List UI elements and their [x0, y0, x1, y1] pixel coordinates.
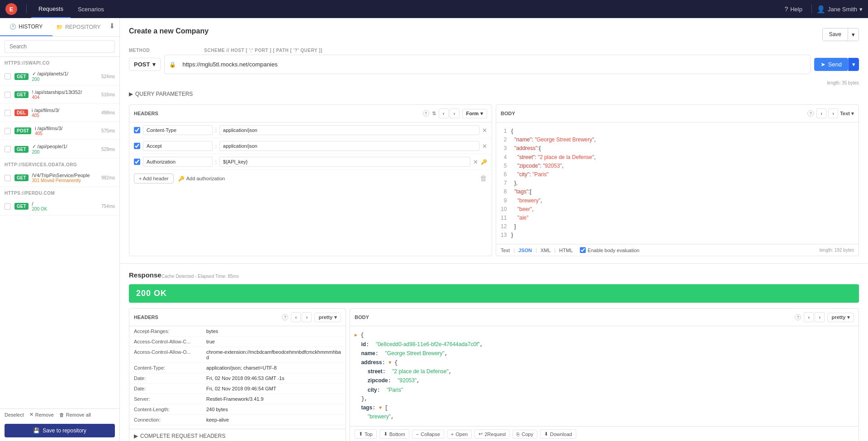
body-text-select[interactable]: Text ▾: [840, 111, 854, 117]
response-title: Response: [129, 271, 161, 279]
header-delete-icon[interactable]: ✕: [482, 127, 487, 134]
resp-headers-body-row: HEADERS ? ‹ › pretty ▾ Accept-Ranges:: [129, 308, 859, 441]
trash-icon[interactable]: 🗑: [480, 174, 487, 183]
action-collapse-button[interactable]: − Collapse: [412, 430, 444, 439]
body-tab-html[interactable]: HTML: [559, 248, 573, 253]
chevron-right-icon: ▶: [129, 91, 133, 97]
item-checkbox[interactable]: [5, 128, 11, 134]
body-length: length: 192 bytes: [820, 248, 854, 253]
header-delete-icon[interactable]: ✕: [482, 143, 487, 150]
action-top-button[interactable]: ⬆ Top: [355, 429, 377, 439]
collapse-icon: −: [416, 432, 419, 437]
body-tab-xml[interactable]: XML: [541, 248, 551, 253]
item-checkbox[interactable]: [5, 146, 11, 152]
save-repository-button[interactable]: 💾 Save to repository: [5, 424, 115, 437]
action-copy-button[interactable]: ⎘ Copy: [512, 430, 537, 439]
search-input[interactable]: [5, 40, 115, 53]
body-section: BODY ? ‹ › Text ▾: [496, 104, 859, 256]
header-value-input[interactable]: [219, 125, 479, 135]
tab-requests[interactable]: Requests: [31, 0, 71, 18]
sidebar-tab-repository[interactable]: 📁 REPOSITORY: [52, 18, 105, 36]
save-button[interactable]: Save: [823, 28, 848, 41]
send-caret-button[interactable]: ▾: [848, 58, 859, 71]
header-lock-icon[interactable]: 🔑: [481, 159, 487, 165]
sort-icon[interactable]: ⇅: [432, 111, 436, 117]
header-key-input[interactable]: [143, 141, 213, 151]
resp-body-nav-arrows: ‹ ›: [804, 312, 825, 322]
body-nav-next[interactable]: ›: [828, 108, 838, 118]
resp-nav-next[interactable]: ›: [302, 312, 312, 322]
url-input[interactable]: [178, 58, 805, 71]
help-link[interactable]: ? Help: [784, 5, 802, 13]
action-bottom-button[interactable]: ⬇ Bottom: [379, 429, 409, 439]
item-status: 200 OK: [32, 206, 101, 211]
body-tab-json[interactable]: JSON: [518, 248, 532, 253]
body-code[interactable]: { "name": "George Street Brewery", "addr…: [511, 127, 854, 239]
list-item[interactable]: GET ✓ /api/planets/1/ 200 524ms: [0, 67, 119, 86]
header-delete-icon[interactable]: ✕: [473, 159, 478, 165]
resp-body-editor: ▸ { id: "0e8cedd0-ad98-11e6-bf2e-47644ad…: [350, 326, 859, 426]
deselect-button[interactable]: Deselect: [5, 412, 24, 418]
item-time: 516ms: [101, 92, 115, 97]
complete-request-toggle[interactable]: ▶ COMPLETE REQUEST HEADERS: [129, 429, 346, 441]
resp-nav-arrows: ‹ ›: [291, 312, 312, 322]
item-checkbox[interactable]: [5, 175, 11, 181]
list-item[interactable]: GET ! /api/starships/13t352/ 404 516ms: [0, 86, 119, 104]
header-checkbox[interactable]: [134, 159, 140, 165]
body-footer: Text | JSON | XML | HTML Enable body eva…: [496, 244, 859, 256]
method-select[interactable]: POST ▾: [129, 58, 161, 71]
item-checkbox[interactable]: [5, 110, 11, 116]
resp-body-pretty-select[interactable]: pretty ▾: [827, 313, 854, 322]
action-open-button[interactable]: + Open: [447, 430, 472, 439]
resp-headers-pretty-select[interactable]: pretty ▾: [314, 313, 341, 322]
sidebar-download-icon[interactable]: ⬇: [104, 18, 119, 36]
header-key-input[interactable]: [143, 157, 213, 167]
action-download-button[interactable]: ⬇ Download: [540, 429, 576, 439]
list-item[interactable]: DEL i /api/films/3/ 405 498ms: [0, 104, 119, 122]
enable-body-eval-label: Enable body evaluation: [580, 247, 639, 253]
nav-arrows: ‹ ›: [439, 108, 460, 118]
header-key-input[interactable]: [143, 125, 213, 135]
list-item[interactable]: POST i /api/films/3/ 405 575ms: [0, 122, 119, 140]
enable-body-eval-checkbox[interactable]: [580, 247, 586, 253]
app-logo: E: [5, 3, 17, 15]
sidebar-tab-history[interactable]: 🕐 HISTORY: [0, 18, 52, 36]
save-caret-button[interactable]: ▾: [848, 28, 859, 41]
header-value-input[interactable]: [219, 141, 479, 151]
body-editor: 12345678910111213 { "name": "George Stre…: [496, 122, 859, 244]
resp-nav-prev[interactable]: ‹: [291, 312, 301, 322]
add-header-button[interactable]: + Add header: [134, 174, 174, 183]
item-checkbox[interactable]: [5, 203, 11, 210]
body-nav-prev[interactable]: ‹: [816, 108, 826, 118]
header-value-input[interactable]: [219, 157, 470, 167]
action-2request-button[interactable]: ↩ 2Request: [474, 429, 510, 439]
form-select[interactable]: Form ▾: [462, 109, 488, 118]
list-item[interactable]: GET / 200 OK 754ms: [0, 197, 119, 216]
resp-body-nav-next[interactable]: ›: [815, 312, 825, 322]
body-tab-text[interactable]: Text: [501, 248, 510, 253]
query-params-toggle[interactable]: ▶ QUERY PARAMETERS: [129, 89, 859, 99]
list-item[interactable]: GET /V4/TripPinService/People 301 Moved …: [0, 169, 119, 187]
method-label: METHOD: [129, 48, 150, 53]
item-time: 498ms: [101, 110, 115, 115]
method-badge-get: GET: [14, 91, 28, 98]
header-checkbox[interactable]: [134, 143, 140, 149]
cache-hint: Cache Detected - Elapsed Time: 85ms: [161, 274, 239, 279]
item-checkbox[interactable]: [5, 73, 11, 80]
add-auth-button[interactable]: 🔑 Add authorization: [178, 176, 225, 182]
send-button[interactable]: ➤ Send: [814, 58, 848, 71]
user-menu[interactable]: 👤 Jane Smith ▾: [816, 5, 863, 14]
send-button-group: ➤ Send ▾: [814, 58, 859, 71]
scheme-label: SCHEME // HOST [ ':' PORT ] [ PATH [ '?'…: [204, 48, 322, 53]
top-nav: E Requests Scenarios ? Help 👤 Jane Smith…: [0, 0, 868, 18]
remove-all-button[interactable]: 🗑 Remove all: [59, 412, 91, 418]
list-item[interactable]: GET ✓ /api/people/1/ 200 529ms: [0, 140, 119, 159]
nav-next-icon[interactable]: ›: [450, 108, 460, 118]
resp-body-nav-prev[interactable]: ‹: [804, 312, 814, 322]
header-checkbox[interactable]: [134, 127, 140, 133]
item-checkbox[interactable]: [5, 92, 11, 98]
tab-scenarios[interactable]: Scenarios: [71, 0, 111, 18]
method-caret-icon: ▾: [152, 61, 156, 68]
nav-prev-icon[interactable]: ‹: [439, 108, 449, 118]
remove-button[interactable]: ✕ Remove: [29, 412, 54, 418]
